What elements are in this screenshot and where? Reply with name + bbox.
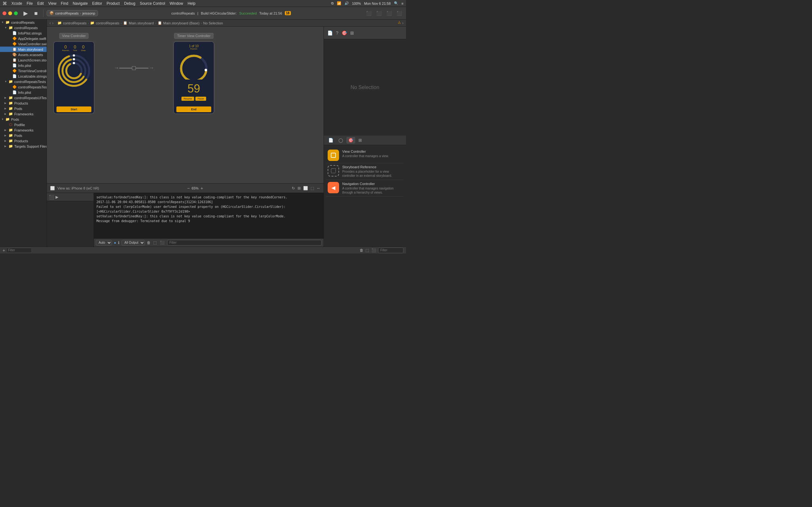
folder-icon: 📁	[8, 101, 13, 105]
sidebar-item-mainstoryboard[interactable]: 📋 Main.storyboard	[0, 47, 47, 52]
sidebar-item-timerviewcontroller[interactable]: 🔶 TimerViewController.swift	[0, 68, 47, 73]
layout-icon[interactable]: ⬜	[303, 185, 309, 191]
tvc-iphone-frame[interactable]: 1 of 10 Repeats	[173, 41, 214, 114]
attributes-inspector-btn[interactable]: ⊞	[349, 30, 355, 37]
file-inspector-btn[interactable]: 📄	[326, 30, 334, 37]
sidebar-item-localizable[interactable]: 📄 Localizable.strings	[0, 73, 47, 79]
sidebar-item-products-1[interactable]: ▶ 📁 Products	[0, 101, 47, 106]
sidebar-item-pods-frameworks[interactable]: ▶ 📁 Frameworks	[0, 127, 47, 133]
menu-product[interactable]: Product	[107, 1, 119, 6]
sidebar-item-root[interactable]: ▼ 📁 controlRepeats	[0, 20, 47, 25]
library-item-storyboard-ref[interactable]: Storyboard Reference Provides a placehol…	[326, 163, 403, 180]
breadcrumb-item-0[interactable]: controlRepeats	[63, 21, 87, 25]
quick-help-btn[interactable]: ?	[335, 30, 339, 37]
tvc-pause-button[interactable]: Pause	[195, 97, 206, 101]
sidebar-item-tests-swift[interactable]: 🔶 controlRepeatsTests.swift	[0, 84, 47, 90]
sidebar-item-assets[interactable]: 🎨 Assets.xcassets	[0, 52, 47, 57]
debug-filter-input[interactable]	[167, 240, 322, 245]
vc-iphone-frame[interactable]: 0 Repeats 0 Time 0 Sleep	[53, 41, 95, 114]
menu-debug[interactable]: Debug	[124, 1, 135, 6]
sidebar-item-pods-root[interactable]: ▼ 📁 Pods	[0, 117, 47, 122]
panel-toggle-icon[interactable]: ⬜	[49, 185, 55, 191]
sidebar-item-viewcontroller[interactable]: 🔶 ViewController.swift	[0, 41, 47, 47]
warning-badge[interactable]: 18	[285, 11, 291, 15]
sidebar-item-pods-pods[interactable]: ▶ 📁 Pods	[0, 133, 47, 138]
add-button[interactable]: +	[3, 248, 5, 253]
debug-info-icon[interactable]: ℹ	[118, 240, 119, 245]
library-item-view-controller[interactable]: View Controller A controller that manage…	[326, 148, 403, 163]
identity-inspector-btn[interactable]: 🎯	[341, 30, 348, 37]
sidebar-item-tests[interactable]: ▼ 📁 controlRepeatsTests	[0, 79, 47, 84]
tvc-end-button[interactable]: End	[176, 107, 211, 112]
assistant-editor-toggle[interactable]: ⬛	[395, 9, 403, 18]
zoom-in-button[interactable]: +	[200, 186, 203, 191]
debug-record-icon[interactable]: ●	[114, 240, 116, 245]
grid-view-icon[interactable]: ⊞	[297, 185, 301, 191]
breadcrumb-item-2[interactable]: Main.storyboard	[129, 21, 154, 25]
debug-toggle[interactable]: ⬛	[374, 9, 383, 18]
breadcrumb-back[interactable]: ‹	[49, 20, 51, 25]
utilities-toggle[interactable]: ⬛	[385, 9, 393, 18]
output-filter-select[interactable]: All Output	[121, 240, 145, 245]
run-button[interactable]: ▶	[21, 9, 30, 17]
tvc-resume-button[interactable]: Resume	[182, 97, 194, 101]
clear-output-button[interactable]: 🗑	[147, 240, 151, 245]
menu-navigate[interactable]: Navigate	[72, 1, 88, 6]
menu-xcode[interactable]: Xcode	[11, 1, 22, 6]
apple-menu[interactable]: ⌘	[3, 1, 7, 6]
close-button[interactable]	[3, 11, 6, 15]
sidebar-item-label: AppDelegate.swift	[18, 37, 46, 41]
constraints-icon[interactable]: ↔	[316, 185, 321, 191]
fit-icon[interactable]: ⬚	[310, 185, 315, 191]
status-split-button[interactable]: ⬚	[365, 247, 369, 253]
breadcrumb-item-3[interactable]: Main.storyboard (Base)	[163, 21, 200, 25]
sidebar-item-appdelegate[interactable]: 🔶 AppDelegate.swift	[0, 36, 47, 41]
breadcrumb-issue-nav[interactable]: ›	[402, 20, 403, 25]
sidebar-item-podfile[interactable]: ⬡ Podfile	[0, 122, 47, 127]
status-trash-button[interactable]: 🗑	[360, 248, 363, 252]
sidebar-item-controlRepeats[interactable]: ▼ 📁 controlRepeats	[0, 25, 47, 31]
breadcrumb-item-1[interactable]: controlRepeats	[96, 21, 119, 25]
sidebar-item-products-2[interactable]: ▶ 📁 Products	[0, 138, 47, 144]
inspector-tab-file[interactable]: 📄	[326, 137, 335, 144]
menu-file[interactable]: File	[27, 1, 33, 6]
scheme-selector[interactable]: 📦 controlRepeats › jeissonp	[47, 10, 98, 16]
menu-find[interactable]: Find	[61, 1, 68, 6]
auto-select[interactable]: Auto	[96, 240, 112, 245]
navigator-toggle[interactable]: ⬛	[364, 9, 373, 18]
menu-source-control[interactable]: Source Control	[140, 1, 165, 6]
sidebar-item-launchscreen[interactable]: 📋 LaunchScreen.storyboard	[0, 57, 47, 63]
sidebar-item-targets-support[interactable]: ▶ 📁 Targets Support Files	[0, 144, 47, 149]
control-strip-icon[interactable]: ≡	[402, 2, 403, 5]
status-filter-input[interactable]	[378, 247, 403, 253]
debug-split-icon[interactable]: ⬚	[153, 240, 157, 245]
sidebar-filter-input[interactable]	[6, 248, 32, 253]
inspector-tab-identity[interactable]: 🎯	[346, 137, 355, 144]
sidebar-item-frameworks[interactable]: ▶ 📁 Frameworks	[0, 111, 47, 117]
spotlight-icon[interactable]: 🔍	[394, 1, 398, 5]
status-full-button[interactable]: ⬛	[371, 247, 377, 253]
sidebar-item-infoplist[interactable]: 📄 Info.plist	[0, 63, 47, 68]
library-item-nav-controller[interactable]: ◀ Navigation Controller A controller tha…	[326, 180, 403, 197]
debug-play-icon[interactable]: ▶	[55, 195, 58, 199]
zoom-out-button[interactable]: −	[187, 186, 190, 191]
inspector-tab-quick[interactable]: ◯	[337, 137, 345, 144]
menu-window[interactable]: Window	[170, 1, 183, 6]
menu-edit[interactable]: Edit	[37, 1, 44, 6]
sidebar-item-uitests[interactable]: ▶ 📁 controlRepeatsUITests	[0, 95, 47, 101]
menu-view[interactable]: View	[48, 1, 56, 6]
sidebar-item-infoplist-strings[interactable]: 📄 InfoPlist.strings	[0, 31, 47, 36]
breadcrumb-item-4[interactable]: No Selection	[203, 21, 223, 25]
vc-start-button[interactable]: Start	[56, 107, 91, 112]
menu-help[interactable]: Help	[188, 1, 195, 6]
stop-button[interactable]: ⏹	[32, 10, 40, 16]
sidebar-item-pods-sub[interactable]: ▶ 📁 Pods	[0, 106, 47, 111]
refresh-icon[interactable]: ↻	[291, 185, 296, 191]
debug-full-icon[interactable]: ⬛	[159, 240, 165, 245]
maximize-button[interactable]	[14, 11, 18, 15]
sidebar-item-tests-plist[interactable]: 📄 Info.plist	[0, 90, 47, 95]
minimize-button[interactable]	[8, 11, 12, 15]
inspector-tab-attributes[interactable]: ⊞	[357, 137, 364, 144]
menu-editor[interactable]: Editor	[92, 1, 102, 6]
breadcrumb-forward[interactable]: ›	[52, 20, 53, 25]
